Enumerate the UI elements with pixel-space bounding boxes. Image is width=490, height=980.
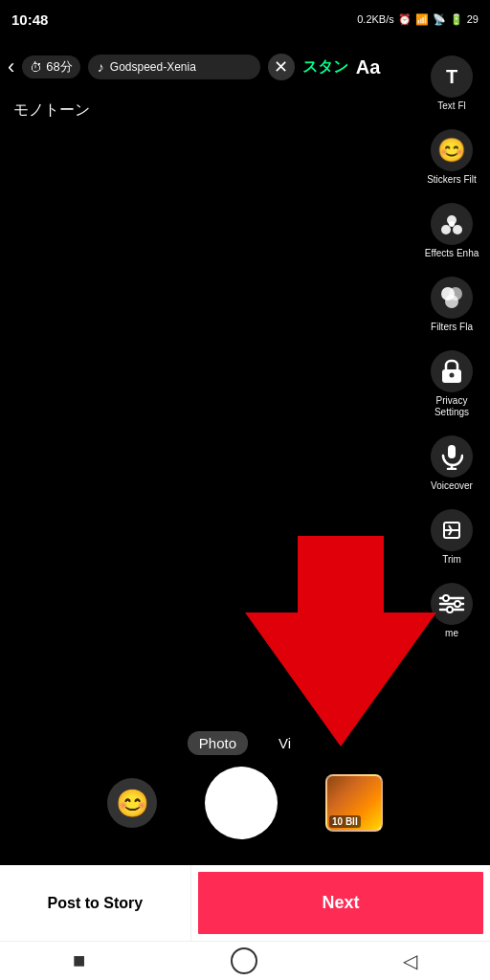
nav-square-icon[interactable]: ■	[73, 948, 85, 973]
stickers-tool-label: Stickers Filt	[427, 174, 477, 186]
close-music-button[interactable]: ✕	[268, 54, 295, 80]
privacy-tool-label: Privacy Settings	[421, 395, 482, 418]
voiceover-tool-label: Voiceover	[431, 480, 473, 492]
svg-point-3	[449, 221, 455, 227]
svg-point-17	[443, 595, 449, 601]
timer-label: 68分	[46, 58, 72, 76]
timer-icon: ⏱	[30, 60, 42, 75]
next-button[interactable]: Next	[195, 869, 486, 937]
tool-privacy[interactable]: Privacy Settings	[417, 343, 486, 426]
alarm-icon: ⏰	[398, 13, 412, 26]
action-buttons: Post to Story Next	[0, 865, 490, 942]
svg-point-6	[445, 295, 458, 308]
shutter-button[interactable]	[205, 767, 278, 839]
effects-tool-icon	[431, 203, 473, 245]
tool-effects[interactable]: Effects Enha	[417, 195, 486, 267]
tool-stickers[interactable]: 😊 Stickers Filt	[417, 122, 486, 193]
wifi-icon: 📡	[433, 13, 446, 26]
voiceover-tool-icon	[431, 435, 473, 478]
sticker-text: スタン	[302, 57, 348, 78]
status-bar: 10:48 0.2KB/s ⏰ 📶 📡 🔋 29	[0, 0, 490, 38]
text-tool-icon: T	[431, 56, 473, 98]
status-icons: 0.2KB/s ⏰ 📶 📡 🔋 29	[357, 13, 479, 26]
stickers-tool-icon: 😊	[431, 129, 473, 171]
emoji-button[interactable]: 😊	[107, 778, 157, 828]
adjust-tool-icon	[431, 583, 473, 625]
svg-point-8	[450, 373, 455, 378]
privacy-tool-icon	[431, 350, 473, 392]
effects-tool-label: Effects Enha	[425, 248, 479, 259]
tool-text[interactable]: T Text Fl	[417, 48, 486, 120]
network-speed: 0.2KB/s	[357, 13, 394, 25]
music-pill[interactable]: ♪ Godspeed-Xenia	[88, 55, 260, 79]
bottom-camera: Photo Vi 😊 10 BII	[0, 731, 490, 865]
svg-marker-20	[245, 536, 436, 746]
adjust-tool-label: me	[445, 628, 458, 639]
text-tool-label: Text Fl	[437, 100, 465, 112]
svg-point-2	[453, 225, 462, 234]
nav-bar: ■ ◁	[0, 942, 490, 980]
gallery-thumbnail[interactable]: 10 BII	[325, 774, 383, 832]
status-time: 10:48	[11, 11, 48, 28]
svg-rect-9	[448, 445, 456, 458]
svg-point-1	[441, 225, 451, 234]
svg-point-18	[455, 601, 460, 607]
filters-tool-icon	[431, 277, 473, 319]
battery-icon: 🔋	[450, 13, 463, 26]
signal-icon: 📶	[415, 13, 429, 26]
aa-text-button[interactable]: Aa	[356, 56, 381, 78]
filters-tool-label: Filters Fla	[431, 322, 473, 333]
nav-back-icon[interactable]: ◁	[403, 949, 417, 972]
shutter-row: 😊 10 BII	[0, 767, 490, 839]
svg-point-19	[447, 607, 453, 612]
trim-tool-label: Trim	[442, 554, 461, 566]
nav-home-icon[interactable]	[231, 947, 257, 974]
tool-filters[interactable]: Filters Fla	[417, 269, 486, 341]
timer-badge: ⏱ 68分	[22, 56, 79, 78]
tab-photo[interactable]: Photo	[188, 731, 248, 755]
battery-level: 29	[467, 13, 479, 25]
music-note-icon: ♪	[98, 59, 104, 75]
mono-label: モノトーン	[13, 100, 90, 121]
gallery-count: 10 BII	[329, 815, 361, 828]
post-story-button[interactable]: Post to Story	[0, 865, 191, 941]
trim-tool-icon	[431, 509, 473, 551]
music-title: Godspeed-Xenia	[110, 60, 196, 74]
tool-voiceover[interactable]: Voiceover	[417, 428, 486, 500]
bottom-actions: Post to Story Next ■ ◁	[0, 865, 490, 980]
back-button[interactable]: ‹	[8, 55, 14, 79]
